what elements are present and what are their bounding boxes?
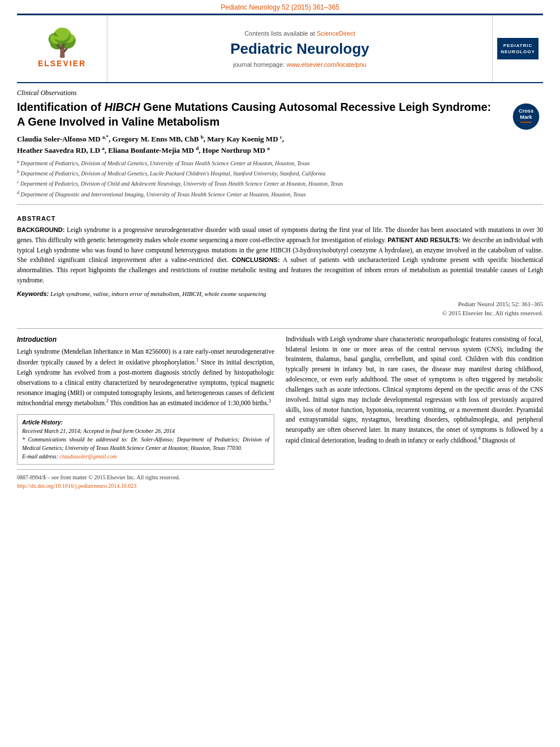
journal-badge: PEDIATRICNEUROLOGY: [497, 38, 539, 59]
article-history-box: Article History: Received March 21, 2014…: [17, 414, 274, 465]
abstract-section: ABSTRACT BACKGROUND: Leigh syndrome is a…: [17, 211, 543, 323]
patient-label: PATIENT AND RESULTS:: [387, 237, 460, 243]
journal-badge-area: PEDIATRICNEUROLOGY: [492, 15, 543, 82]
citation-block: Pediatr Neurol 2015; 52: 361–365 © 2015 …: [17, 299, 543, 318]
affiliation-b: b Department of Pediatrics, Division of …: [17, 169, 543, 178]
title-part1: Identification of: [17, 101, 104, 113]
crossmark-icon: Cross Mark: [512, 102, 540, 131]
affiliation-d: d Department of Diagnostic and Intervent…: [17, 190, 543, 199]
keywords-text: Leigh syndrome, valine, inborn error of …: [49, 290, 266, 297]
issn-line: 0887-8994/$ – see front matter © 2015 El…: [17, 473, 274, 482]
journal-title: Pediatric Neurology: [230, 40, 369, 58]
sciencedirect-label: Contents lists available at: [244, 30, 317, 37]
intro-heading: Introduction: [17, 334, 274, 345]
left-column: Introduction Leigh syndrome (Mendelian I…: [17, 334, 274, 490]
content-area: Clinical Observations Identification of …: [17, 83, 543, 496]
correspondence: * Communications should be addressed to:…: [22, 435, 269, 452]
elsevier-logo-area: 🌳 ELSEVIER: [17, 15, 107, 82]
homepage-link[interactable]: www.elsevier.com/locate/pnu: [286, 61, 366, 68]
and-text: and: [418, 355, 428, 362]
such-text: such: [316, 386, 328, 393]
divider-2: [17, 328, 543, 329]
strictly-text: strictly: [182, 369, 200, 376]
elsevier-label: ELSEVIER: [38, 59, 86, 68]
conclusions-label: CONCLUSIONS:: [232, 256, 280, 263]
doi-line[interactable]: http://dx.doi.org/10.1016/j.pediatrneuro…: [17, 482, 274, 490]
svg-text:Mark: Mark: [520, 114, 532, 120]
two-column-body: Introduction Leigh syndrome (Mendelian I…: [17, 334, 543, 490]
article-title: Identification of HIBCH Gene Mutations C…: [17, 100, 543, 129]
section-label: Clinical Observations: [17, 89, 543, 97]
email-label: E-mail address:: [22, 453, 58, 460]
homepage-label: journal homepage:: [233, 61, 286, 68]
sciencedirect-link[interactable]: ScienceDirect: [317, 30, 355, 37]
affiliation-c: c Department of Pediatrics, Division of …: [17, 179, 543, 188]
authors-line: Claudia Soler-Alfonso MD a,*, Gregory M.…: [17, 134, 543, 156]
sciencedirect-line: Contents lists available at ScienceDirec…: [244, 30, 355, 37]
citation1: Pediatr Neurol 2015; 52: 361–365: [17, 299, 543, 309]
homepage-line: journal homepage: www.elsevier.com/locat…: [233, 61, 366, 68]
citation2: © 2015 Elsevier Inc. All rights reserved…: [17, 308, 543, 318]
journal-header: Pediatric Neurology 52 (2015) 361–365: [0, 0, 560, 14]
email-address[interactable]: claudiasoler@gmail.com: [59, 453, 117, 460]
abstract-text: BACKGROUND: Leigh syndrome is a progress…: [17, 225, 543, 286]
author-mary: Mary Kay Koenig MD: [207, 135, 278, 143]
elsevier-tree-icon: 🌳: [38, 29, 86, 57]
received-date: Received March 21, 2014; Accepted in fin…: [22, 427, 269, 435]
intro-paragraph1: Leigh syndrome (Mendelian Inheritance in…: [17, 347, 274, 409]
title-italic: HIBCH: [104, 101, 140, 113]
article-history-title: Article History:: [22, 418, 269, 427]
the-text: the: [436, 426, 444, 433]
divider-1: [17, 204, 543, 205]
right-column: Individuals with Leigh syndrome share ch…: [286, 334, 543, 490]
crossmark-badge: Cross Mark: [509, 100, 543, 134]
affiliation-a: a Department of Pediatrics, Division of …: [17, 158, 543, 168]
right-paragraph1: Individuals with Leigh syndrome share ch…: [286, 334, 543, 446]
svg-text:Cross: Cross: [519, 108, 533, 114]
background-label: BACKGROUND:: [17, 226, 64, 233]
abstract-title: ABSTRACT: [17, 215, 543, 222]
email-line: E-mail address: claudiasoler@gmail.com: [22, 452, 269, 461]
footnote-area: 0887-8994/$ – see front matter © 2015 El…: [17, 469, 274, 490]
banner-center: Contents lists available at ScienceDirec…: [107, 15, 492, 82]
affiliations: a Department of Pediatrics, Division of …: [17, 158, 543, 199]
keywords-line: Keywords: Leigh syndrome, valine, inborn…: [17, 290, 543, 297]
journal-banner: 🌳 ELSEVIER Contents lists available at S…: [17, 15, 543, 83]
keywords-label: Keywords:: [17, 290, 49, 297]
